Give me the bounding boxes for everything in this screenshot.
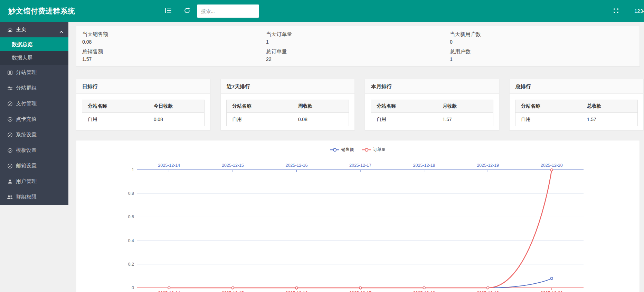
- main-content: 当天销售额0.08当天订单量1当天新用户数0总销售额1.57总订单量22总用户数…: [68, 22, 644, 292]
- ranking-table-header: 分站名称: [227, 100, 293, 113]
- sidebar-item-label: 分站管理: [16, 69, 37, 76]
- sidebar-item-label: 用户管理: [16, 178, 37, 185]
- ranking-table-cell: 自用: [82, 113, 148, 126]
- ranking-card-body: 分站名称总收款自用1.57: [510, 94, 643, 126]
- sidebar-item[interactable]: 主页: [0, 22, 68, 37]
- legend-line-marker-icon: [362, 148, 371, 152]
- home-icon: [7, 27, 13, 33]
- table-row: 自用1.57: [371, 113, 493, 126]
- sidebar-item[interactable]: 邮箱设置: [0, 158, 68, 174]
- ranking-table: 分站名称月收款自用1.57: [371, 100, 493, 126]
- legend-label: 销售额: [341, 147, 354, 153]
- ranking-table: 分站名称周收款自用0.08: [226, 100, 349, 126]
- svg-text:2025-12-20: 2025-12-20: [541, 291, 563, 292]
- sidebar-item[interactable]: 分站管理: [0, 65, 68, 80]
- badge-check-icon: [7, 101, 13, 107]
- badge-check-icon: [7, 132, 13, 138]
- username-menu[interactable]: 12345: [634, 0, 644, 22]
- sidebar-item[interactable]: 支付管理: [0, 96, 68, 111]
- svg-text:2025-12-16: 2025-12-16: [285, 163, 307, 168]
- svg-text:2025-12-15: 2025-12-15: [222, 163, 244, 168]
- app-title: 妙文馆付费进群系统: [8, 0, 75, 22]
- stats-summary-card: 当天销售额0.08当天订单量1当天新用户数0总销售额1.57总订单量22总用户数…: [76, 26, 640, 66]
- stat-cell: 总销售额1.57: [82, 48, 266, 63]
- ranking-table-header: 周收款: [293, 100, 349, 113]
- ranking-card-body: 分站名称月收款自用1.57: [365, 94, 499, 126]
- ranking-cards-row: 日排行分站名称今日收款自用0.08近7天排行分站名称周收款自用0.08本月排行分…: [76, 79, 640, 130]
- svg-text:2025-12-17: 2025-12-17: [349, 163, 371, 168]
- ranking-table-cell: 0.08: [293, 113, 349, 126]
- stat-cell: 当天新用户数0: [450, 31, 634, 45]
- svg-text:2025-12-18: 2025-12-18: [413, 291, 435, 292]
- ranking-card-body: 分站名称今日收款自用0.08: [76, 94, 210, 126]
- stat-value: 1: [450, 56, 634, 63]
- ranking-card-title: 日排行: [76, 79, 210, 94]
- sidebar-item[interactable]: 模板设置: [0, 143, 68, 158]
- chart-legend: 销售额订单量: [76, 147, 640, 153]
- svg-text:2025-12-20: 2025-12-20: [541, 163, 563, 168]
- sidebar-item-label: 支付管理: [16, 100, 37, 107]
- ranking-card-title: 总排行: [510, 79, 643, 94]
- fullscreen-icon[interactable]: [612, 6, 621, 15]
- svg-text:0.2: 0.2: [128, 262, 134, 267]
- ranking-table: 分站名称总收款自用1.57: [515, 100, 638, 126]
- badge-check-icon: [7, 163, 13, 169]
- ranking-table-header: 总收款: [581, 100, 638, 113]
- sales-orders-chart-card: 销售额订单量 2025-12-142025-12-152025-12-16202…: [76, 140, 640, 292]
- sliders-icon: [7, 85, 13, 91]
- sidebar-item-label: 邮箱设置: [16, 163, 37, 169]
- ranking-table-cell: 自用: [371, 113, 437, 126]
- refresh-icon[interactable]: [182, 6, 191, 15]
- sidebar-subitem[interactable]: 数据总览: [0, 37, 68, 51]
- table-row: 自用0.08: [82, 113, 205, 126]
- stat-value: 1: [266, 38, 450, 45]
- ranking-table-header: 分站名称: [371, 100, 437, 113]
- ranking-table: 分站名称今日收款自用0.08: [82, 100, 205, 126]
- svg-text:0.6: 0.6: [128, 215, 134, 219]
- columns-icon: [7, 70, 13, 75]
- stat-value: 0: [450, 38, 634, 45]
- stat-label: 当天销售额: [82, 31, 266, 38]
- ranking-table-cell: 自用: [515, 113, 581, 126]
- sidebar-item[interactable]: 分站群组: [0, 80, 68, 96]
- stat-value: 0.08: [82, 38, 266, 45]
- stat-label: 总订单量: [266, 48, 450, 55]
- stat-label: 当天订单量: [266, 31, 450, 38]
- sidebar-item[interactable]: 系统设置: [0, 127, 68, 143]
- sidebar-item-label: 群组权限: [16, 194, 37, 200]
- ranking-card: 本月排行分站名称月收款自用1.57: [365, 79, 499, 130]
- stat-value: 1.57: [82, 56, 266, 63]
- search-input[interactable]: [197, 4, 259, 18]
- sidebar-item-label: 点卡充值: [16, 116, 37, 122]
- svg-text:2025-12-14: 2025-12-14: [158, 163, 180, 168]
- table-row: 自用0.08: [227, 113, 349, 126]
- top-bar: 妙文馆付费进群系统 12345: [0, 0, 644, 22]
- sidebar-nav: 主页数据总览数据大屏分站管理分站群组支付管理点卡充值系统设置模板设置邮箱设置用户…: [0, 22, 68, 205]
- ranking-table-cell: 1.57: [437, 113, 493, 126]
- sidebar-item-label: 系统设置: [16, 131, 37, 138]
- stat-cell: 当天销售额0.08: [82, 31, 266, 45]
- svg-text:2025-12-18: 2025-12-18: [413, 163, 435, 168]
- legend-label: 订单量: [373, 147, 386, 153]
- sidebar-item-label: 主页: [16, 26, 26, 33]
- ranking-table-cell: 自用: [227, 113, 293, 126]
- ranking-card: 日排行分站名称今日收款自用0.08: [76, 79, 210, 130]
- legend-item[interactable]: 订单量: [362, 147, 386, 153]
- sidebar-item-label: 分站群组: [16, 85, 37, 91]
- svg-text:2025-12-14: 2025-12-14: [158, 291, 180, 292]
- legend-line-marker-icon: [330, 148, 339, 152]
- sidebar-item[interactable]: 群组权限: [0, 189, 68, 205]
- sidebar-subitem[interactable]: 数据大屏: [0, 51, 68, 65]
- ranking-card: 近7天排行分站名称周收款自用0.08: [220, 79, 355, 130]
- ranking-table-header: 今日收款: [148, 100, 205, 113]
- svg-text:2025-12-19: 2025-12-19: [477, 291, 499, 292]
- collapse-menu-icon[interactable]: [164, 6, 173, 15]
- svg-text:2025-12-17: 2025-12-17: [349, 291, 371, 292]
- legend-item[interactable]: 销售额: [330, 147, 354, 153]
- table-row: 自用1.57: [515, 113, 638, 126]
- sidebar-item[interactable]: 用户管理: [0, 174, 68, 189]
- sidebar-item[interactable]: 点卡充值: [0, 111, 68, 127]
- svg-text:2025-12-16: 2025-12-16: [285, 291, 307, 292]
- sidebar-item-label: 模板设置: [16, 147, 37, 154]
- ranking-table-cell: 0.08: [148, 113, 205, 126]
